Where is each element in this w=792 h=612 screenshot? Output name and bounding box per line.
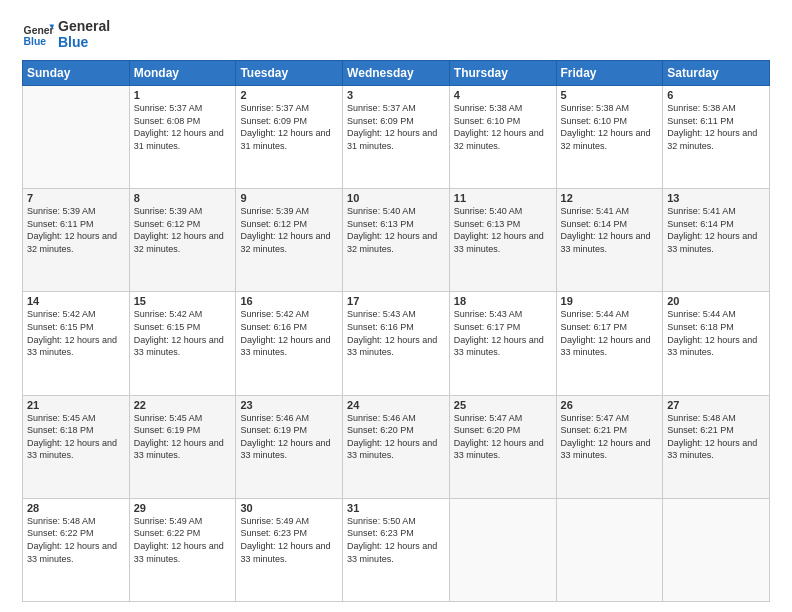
calendar-cell: 5Sunrise: 5:38 AMSunset: 6:10 PMDaylight… [556, 86, 663, 189]
day-number: 5 [561, 89, 659, 101]
day-info: Sunrise: 5:37 AMSunset: 6:08 PMDaylight:… [134, 102, 232, 152]
day-number: 2 [240, 89, 338, 101]
calendar-cell: 23Sunrise: 5:46 AMSunset: 6:19 PMDayligh… [236, 395, 343, 498]
week-row-3: 14Sunrise: 5:42 AMSunset: 6:15 PMDayligh… [23, 292, 770, 395]
col-header-thursday: Thursday [449, 61, 556, 86]
page: General Blue General Blue SundayMondayTu… [0, 0, 792, 612]
day-number: 21 [27, 399, 125, 411]
day-info: Sunrise: 5:38 AMSunset: 6:11 PMDaylight:… [667, 102, 765, 152]
col-header-wednesday: Wednesday [343, 61, 450, 86]
calendar-cell: 2Sunrise: 5:37 AMSunset: 6:09 PMDaylight… [236, 86, 343, 189]
day-info: Sunrise: 5:45 AMSunset: 6:18 PMDaylight:… [27, 412, 125, 462]
calendar-cell: 22Sunrise: 5:45 AMSunset: 6:19 PMDayligh… [129, 395, 236, 498]
calendar-cell [556, 498, 663, 601]
day-info: Sunrise: 5:40 AMSunset: 6:13 PMDaylight:… [347, 205, 445, 255]
calendar-cell: 8Sunrise: 5:39 AMSunset: 6:12 PMDaylight… [129, 189, 236, 292]
calendar-cell [23, 86, 130, 189]
day-number: 27 [667, 399, 765, 411]
day-info: Sunrise: 5:37 AMSunset: 6:09 PMDaylight:… [240, 102, 338, 152]
day-info: Sunrise: 5:37 AMSunset: 6:09 PMDaylight:… [347, 102, 445, 152]
calendar-cell: 31Sunrise: 5:50 AMSunset: 6:23 PMDayligh… [343, 498, 450, 601]
col-header-tuesday: Tuesday [236, 61, 343, 86]
day-info: Sunrise: 5:43 AMSunset: 6:17 PMDaylight:… [454, 308, 552, 358]
calendar-cell: 14Sunrise: 5:42 AMSunset: 6:15 PMDayligh… [23, 292, 130, 395]
day-info: Sunrise: 5:44 AMSunset: 6:17 PMDaylight:… [561, 308, 659, 358]
day-info: Sunrise: 5:49 AMSunset: 6:22 PMDaylight:… [134, 515, 232, 565]
calendar-cell: 26Sunrise: 5:47 AMSunset: 6:21 PMDayligh… [556, 395, 663, 498]
day-number: 14 [27, 295, 125, 307]
day-number: 11 [454, 192, 552, 204]
calendar-cell: 28Sunrise: 5:48 AMSunset: 6:22 PMDayligh… [23, 498, 130, 601]
calendar-cell: 12Sunrise: 5:41 AMSunset: 6:14 PMDayligh… [556, 189, 663, 292]
day-number: 12 [561, 192, 659, 204]
calendar-cell: 3Sunrise: 5:37 AMSunset: 6:09 PMDaylight… [343, 86, 450, 189]
calendar-cell: 29Sunrise: 5:49 AMSunset: 6:22 PMDayligh… [129, 498, 236, 601]
calendar-cell: 6Sunrise: 5:38 AMSunset: 6:11 PMDaylight… [663, 86, 770, 189]
calendar-cell: 18Sunrise: 5:43 AMSunset: 6:17 PMDayligh… [449, 292, 556, 395]
day-number: 23 [240, 399, 338, 411]
week-row-5: 28Sunrise: 5:48 AMSunset: 6:22 PMDayligh… [23, 498, 770, 601]
calendar-header-row: SundayMondayTuesdayWednesdayThursdayFrid… [23, 61, 770, 86]
calendar-cell: 17Sunrise: 5:43 AMSunset: 6:16 PMDayligh… [343, 292, 450, 395]
day-info: Sunrise: 5:48 AMSunset: 6:21 PMDaylight:… [667, 412, 765, 462]
day-info: Sunrise: 5:48 AMSunset: 6:22 PMDaylight:… [27, 515, 125, 565]
day-number: 26 [561, 399, 659, 411]
day-info: Sunrise: 5:45 AMSunset: 6:19 PMDaylight:… [134, 412, 232, 462]
day-number: 15 [134, 295, 232, 307]
day-number: 24 [347, 399, 445, 411]
day-number: 1 [134, 89, 232, 101]
day-number: 16 [240, 295, 338, 307]
day-info: Sunrise: 5:46 AMSunset: 6:20 PMDaylight:… [347, 412, 445, 462]
calendar-cell: 7Sunrise: 5:39 AMSunset: 6:11 PMDaylight… [23, 189, 130, 292]
day-number: 31 [347, 502, 445, 514]
calendar-cell: 9Sunrise: 5:39 AMSunset: 6:12 PMDaylight… [236, 189, 343, 292]
col-header-monday: Monday [129, 61, 236, 86]
calendar-cell: 24Sunrise: 5:46 AMSunset: 6:20 PMDayligh… [343, 395, 450, 498]
day-number: 18 [454, 295, 552, 307]
day-number: 25 [454, 399, 552, 411]
day-info: Sunrise: 5:44 AMSunset: 6:18 PMDaylight:… [667, 308, 765, 358]
week-row-2: 7Sunrise: 5:39 AMSunset: 6:11 PMDaylight… [23, 189, 770, 292]
day-number: 29 [134, 502, 232, 514]
day-number: 17 [347, 295, 445, 307]
calendar-cell: 16Sunrise: 5:42 AMSunset: 6:16 PMDayligh… [236, 292, 343, 395]
day-info: Sunrise: 5:42 AMSunset: 6:15 PMDaylight:… [134, 308, 232, 358]
day-info: Sunrise: 5:47 AMSunset: 6:21 PMDaylight:… [561, 412, 659, 462]
calendar-cell: 10Sunrise: 5:40 AMSunset: 6:13 PMDayligh… [343, 189, 450, 292]
day-info: Sunrise: 5:42 AMSunset: 6:15 PMDaylight:… [27, 308, 125, 358]
svg-text:General: General [24, 25, 54, 36]
week-row-4: 21Sunrise: 5:45 AMSunset: 6:18 PMDayligh… [23, 395, 770, 498]
day-number: 28 [27, 502, 125, 514]
day-number: 22 [134, 399, 232, 411]
calendar-table: SundayMondayTuesdayWednesdayThursdayFrid… [22, 60, 770, 602]
calendar-cell: 20Sunrise: 5:44 AMSunset: 6:18 PMDayligh… [663, 292, 770, 395]
day-info: Sunrise: 5:47 AMSunset: 6:20 PMDaylight:… [454, 412, 552, 462]
day-number: 4 [454, 89, 552, 101]
calendar-cell: 25Sunrise: 5:47 AMSunset: 6:20 PMDayligh… [449, 395, 556, 498]
col-header-friday: Friday [556, 61, 663, 86]
calendar-cell: 21Sunrise: 5:45 AMSunset: 6:18 PMDayligh… [23, 395, 130, 498]
day-number: 8 [134, 192, 232, 204]
calendar-cell: 15Sunrise: 5:42 AMSunset: 6:15 PMDayligh… [129, 292, 236, 395]
day-number: 20 [667, 295, 765, 307]
day-number: 13 [667, 192, 765, 204]
logo: General Blue General Blue [22, 18, 110, 50]
day-info: Sunrise: 5:38 AMSunset: 6:10 PMDaylight:… [561, 102, 659, 152]
logo-blue: Blue [58, 34, 110, 50]
day-info: Sunrise: 5:39 AMSunset: 6:12 PMDaylight:… [134, 205, 232, 255]
col-header-sunday: Sunday [23, 61, 130, 86]
svg-text:Blue: Blue [24, 36, 47, 47]
day-number: 30 [240, 502, 338, 514]
logo-general: General [58, 18, 110, 34]
calendar-cell: 1Sunrise: 5:37 AMSunset: 6:08 PMDaylight… [129, 86, 236, 189]
day-info: Sunrise: 5:49 AMSunset: 6:23 PMDaylight:… [240, 515, 338, 565]
day-info: Sunrise: 5:40 AMSunset: 6:13 PMDaylight:… [454, 205, 552, 255]
day-info: Sunrise: 5:43 AMSunset: 6:16 PMDaylight:… [347, 308, 445, 358]
calendar-cell: 13Sunrise: 5:41 AMSunset: 6:14 PMDayligh… [663, 189, 770, 292]
calendar-cell: 11Sunrise: 5:40 AMSunset: 6:13 PMDayligh… [449, 189, 556, 292]
calendar-cell: 27Sunrise: 5:48 AMSunset: 6:21 PMDayligh… [663, 395, 770, 498]
day-info: Sunrise: 5:41 AMSunset: 6:14 PMDaylight:… [667, 205, 765, 255]
day-info: Sunrise: 5:39 AMSunset: 6:12 PMDaylight:… [240, 205, 338, 255]
week-row-1: 1Sunrise: 5:37 AMSunset: 6:08 PMDaylight… [23, 86, 770, 189]
day-info: Sunrise: 5:46 AMSunset: 6:19 PMDaylight:… [240, 412, 338, 462]
